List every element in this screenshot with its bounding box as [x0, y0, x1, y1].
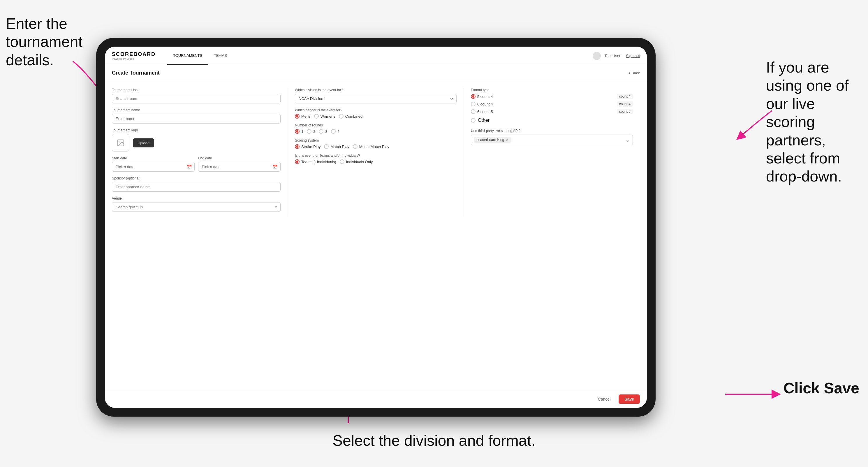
- division-select[interactable]: NCAA Division I: [295, 94, 457, 103]
- start-date-group: Start date 📅: [112, 156, 195, 172]
- nav-username: Test User |: [604, 54, 622, 58]
- api-label: Use third-party live scoring API?: [471, 129, 633, 133]
- gender-option-mens[interactable]: Mens: [295, 114, 311, 119]
- start-date-calendar-icon: 📅: [187, 165, 192, 169]
- venue-input[interactable]: [112, 202, 281, 212]
- page-header: Create Tournament < Back: [105, 65, 647, 81]
- event-type-label: Is this event for Teams and/or Individua…: [295, 154, 457, 158]
- venue-group: Venue ▼: [112, 196, 281, 212]
- event-type-radio-individuals[interactable]: [340, 159, 344, 164]
- gender-radio-mens[interactable]: [295, 114, 300, 119]
- logo-label: Tournament logo: [112, 128, 281, 132]
- api-input[interactable]: Leaderboard King × ⌄: [471, 134, 633, 145]
- name-input[interactable]: [112, 114, 281, 124]
- rounds-option-1[interactable]: 1: [295, 129, 303, 134]
- form-column-2: Which division is the event for? NCAA Di…: [288, 88, 464, 216]
- rounds-radio-2[interactable]: [307, 129, 311, 134]
- format-radio-other[interactable]: [471, 118, 475, 123]
- rounds-option-4[interactable]: 4: [331, 129, 339, 134]
- end-date-calendar-icon: 📅: [273, 165, 278, 169]
- gender-radio-combined[interactable]: [339, 114, 344, 119]
- start-date-label: Start date: [112, 156, 195, 160]
- scoring-stroke[interactable]: Stroke Play: [295, 144, 320, 149]
- scoring-match[interactable]: Match Play: [324, 144, 349, 149]
- rounds-radio-3[interactable]: [319, 129, 323, 134]
- rounds-radio-4[interactable]: [331, 129, 336, 134]
- nav-signout[interactable]: Sign out: [626, 54, 640, 58]
- end-date-input[interactable]: [198, 162, 281, 172]
- event-type-radio-teams[interactable]: [295, 159, 300, 164]
- api-tag-value: Leaderboard King: [476, 138, 504, 142]
- rounds-option-2[interactable]: 2: [307, 129, 315, 134]
- logo-group: Tournament logo Upload: [112, 128, 281, 152]
- nav-tabs: TOURNAMENTS TEAMS: [167, 46, 233, 65]
- venue-dropdown-icon: ▼: [274, 205, 278, 209]
- api-tag: Leaderboard King ×: [474, 137, 511, 143]
- format-option-6count4: 6 count 4 count 4: [471, 101, 633, 106]
- tablet-screen: SCOREBOARD Powered by Clippit TOURNAMENT…: [105, 46, 647, 408]
- gender-group: Which gender is the event for? Mens Wome…: [295, 108, 457, 119]
- sponsor-input[interactable]: [112, 182, 281, 192]
- gender-option-combined[interactable]: Combined: [339, 114, 363, 119]
- form-layout: Tournament Host Tournament name Tourname…: [105, 81, 647, 223]
- nav-avatar: [593, 52, 601, 60]
- annotation-topright: If you are using one of our live scoring…: [766, 58, 862, 186]
- logo-upload-area: Upload: [112, 134, 281, 152]
- host-group: Tournament Host: [112, 88, 281, 103]
- gender-label: Which gender is the event for?: [295, 108, 457, 112]
- arrow-topright: [731, 108, 778, 143]
- scoring-radio-medal[interactable]: [353, 144, 358, 149]
- api-dropdown-icon[interactable]: ⌄: [625, 137, 630, 143]
- top-nav: SCOREBOARD Powered by Clippit TOURNAMENT…: [105, 46, 647, 65]
- save-button[interactable]: Save: [619, 395, 640, 404]
- venue-label: Venue: [112, 196, 281, 200]
- tablet-frame: SCOREBOARD Powered by Clippit TOURNAMENT…: [96, 38, 656, 416]
- format-options-group: 5 count 4 count 4 6 count: [471, 94, 633, 123]
- format-option-other: Other: [471, 118, 633, 123]
- end-date-group: End date 📅: [198, 156, 281, 172]
- format-count-5count4: count 4: [617, 94, 633, 99]
- format-option-6count5: 6 count 5 count 5: [471, 109, 633, 114]
- scoring-medal[interactable]: Medal Match Play: [353, 144, 389, 149]
- form-column-3: Format type 5 count 4 count: [464, 88, 640, 216]
- format-type-group: Format type 5 count 4 count: [471, 88, 633, 123]
- app-container: SCOREBOARD Powered by Clippit TOURNAMENT…: [105, 46, 647, 408]
- nav-logo-sub: Powered by Clippit: [112, 57, 156, 60]
- name-label: Tournament name: [112, 108, 281, 112]
- annotation-bottom: Select the division and format.: [333, 432, 535, 449]
- format-type-label: Format type: [471, 88, 633, 92]
- host-label: Tournament Host: [112, 88, 281, 92]
- nav-tab-teams[interactable]: TEAMS: [208, 46, 233, 65]
- scoring-radio-match[interactable]: [324, 144, 329, 149]
- nav-user: Test User | Sign out: [593, 52, 640, 60]
- event-type-individuals[interactable]: Individuals Only: [340, 159, 373, 164]
- rounds-option-3[interactable]: 3: [319, 129, 327, 134]
- format-radio-6count5[interactable]: [471, 109, 475, 114]
- scoring-label: Scoring system: [295, 138, 457, 143]
- start-date-input[interactable]: [112, 162, 195, 172]
- event-type-group: Is this event for Teams and/or Individua…: [295, 154, 457, 164]
- upload-button[interactable]: Upload: [133, 138, 154, 148]
- scoring-radio-group: Stroke Play Match Play Medal Match Play: [295, 144, 457, 149]
- format-radio-5count4[interactable]: [471, 94, 475, 99]
- scoring-group: Scoring system Stroke Play Match Play: [295, 138, 457, 149]
- api-tag-close-icon[interactable]: ×: [506, 137, 508, 142]
- form-column-1: Tournament Host Tournament name Tourname…: [112, 88, 288, 216]
- host-input[interactable]: [112, 94, 281, 103]
- rounds-radio-1[interactable]: [295, 129, 300, 134]
- cancel-button[interactable]: Cancel: [593, 395, 615, 404]
- sponsor-group: Sponsor (optional): [112, 176, 281, 192]
- date-row: Start date 📅 End date 📅: [112, 156, 281, 172]
- event-type-teams[interactable]: Teams (+Individuals): [295, 159, 336, 164]
- rounds-label: Number of rounds: [295, 123, 457, 127]
- gender-option-womens[interactable]: Womens: [314, 114, 335, 119]
- rounds-group: Number of rounds 1 2: [295, 123, 457, 134]
- sponsor-label: Sponsor (optional): [112, 176, 281, 180]
- gender-radio-womens[interactable]: [314, 114, 319, 119]
- format-count-6count5: count 5: [617, 109, 633, 114]
- format-radio-6count4[interactable]: [471, 102, 475, 106]
- scoring-radio-stroke[interactable]: [295, 144, 300, 149]
- back-link[interactable]: < Back: [628, 71, 640, 75]
- division-group: Which division is the event for? NCAA Di…: [295, 88, 457, 103]
- nav-tab-tournaments[interactable]: TOURNAMENTS: [167, 46, 208, 65]
